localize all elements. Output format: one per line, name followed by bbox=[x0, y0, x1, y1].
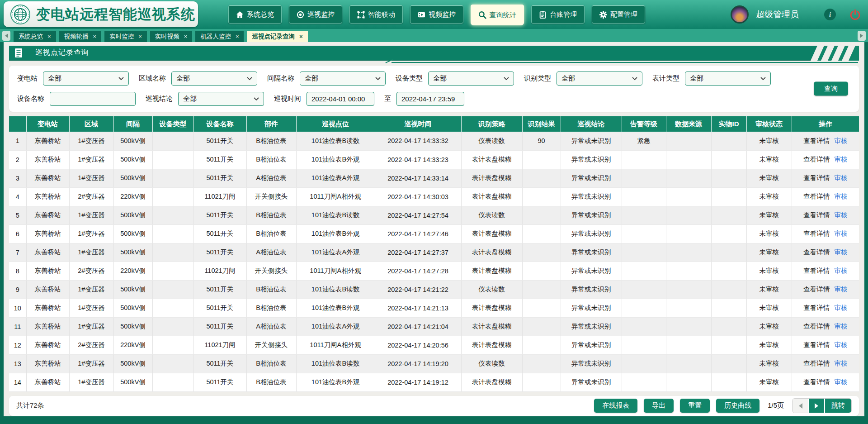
nav-inspection-monitor[interactable]: 巡视监控 bbox=[289, 5, 342, 24]
view-detail-link[interactable]: 查看详情 bbox=[803, 137, 830, 144]
table-row: 2东善桥站1#变压器500kV侧5011开关B相油位表101油位表B外观2022… bbox=[9, 150, 859, 169]
recognition-type-select[interactable]: 全部 bbox=[557, 71, 642, 86]
region-select[interactable]: 全部 bbox=[171, 71, 257, 86]
audit-link[interactable]: 审核 bbox=[834, 230, 847, 237]
view-detail-link[interactable]: 查看详情 bbox=[803, 267, 830, 274]
view-detail-link[interactable]: 查看详情 bbox=[803, 360, 830, 367]
audit-link[interactable]: 审核 bbox=[834, 156, 847, 163]
table-cell: 东善桥站 bbox=[26, 132, 69, 150]
tab-robot-monitor[interactable]: 机器人监控× bbox=[195, 31, 244, 42]
table-cell: 未审核 bbox=[746, 354, 792, 373]
history-curve-button[interactable]: 历史曲线 bbox=[716, 399, 760, 413]
audit-link[interactable]: 审核 bbox=[834, 137, 847, 144]
avatar[interactable] bbox=[731, 5, 749, 24]
nav-config-management[interactable]: 配置管理 bbox=[592, 5, 645, 24]
table-cell: 5 bbox=[9, 206, 26, 224]
region-label: 区域名称 bbox=[139, 74, 166, 83]
view-detail-link[interactable]: 查看详情 bbox=[803, 286, 830, 293]
tabs-scroll-right-button[interactable] bbox=[858, 31, 866, 41]
prev-page-button[interactable] bbox=[793, 399, 809, 413]
table-cell bbox=[522, 206, 561, 224]
audit-link[interactable]: 审核 bbox=[834, 193, 847, 200]
table-cell: 1#变压器 bbox=[69, 150, 113, 169]
bay-select[interactable]: 全部 bbox=[300, 71, 386, 86]
view-detail-link[interactable]: 查看详情 bbox=[803, 323, 830, 330]
audit-link[interactable]: 审核 bbox=[834, 248, 847, 256]
table-cell: 未审核 bbox=[746, 262, 792, 280]
export-button[interactable]: 导出 bbox=[644, 399, 674, 413]
audit-link[interactable]: 审核 bbox=[834, 360, 847, 367]
table-cell: 异常或未识别 bbox=[561, 354, 622, 373]
time-to-input[interactable]: 2022-04-17 23:59 bbox=[396, 92, 464, 106]
tabs-scroll-left-button[interactable] bbox=[2, 31, 10, 41]
online-report-button[interactable]: 在线报表 bbox=[594, 399, 637, 413]
operations-cell: 查看详情审核 bbox=[792, 224, 859, 243]
table-cell bbox=[666, 150, 711, 169]
view-detail-link[interactable]: 查看详情 bbox=[803, 248, 830, 256]
nav-query-statistics[interactable]: 查询统计 bbox=[471, 5, 524, 25]
nav-ledger-management[interactable]: 台账管理 bbox=[531, 5, 585, 24]
operations-cell: 查看详情审核 bbox=[792, 336, 859, 354]
table-cell bbox=[666, 299, 711, 317]
tab-close-icon[interactable]: × bbox=[138, 33, 142, 39]
view-detail-link[interactable]: 查看详情 bbox=[803, 211, 830, 219]
table-cell: 220kV侧 bbox=[113, 187, 152, 206]
table-cell: 5011开关 bbox=[193, 132, 246, 150]
tab-close-icon[interactable]: × bbox=[184, 33, 188, 39]
view-detail-link[interactable]: 查看详情 bbox=[803, 378, 830, 386]
next-page-button[interactable] bbox=[809, 399, 825, 413]
nav-video-monitor[interactable]: 视频监控 bbox=[410, 5, 463, 24]
table-cell: 表计表盘模糊 bbox=[461, 150, 522, 169]
table-cell: 异常或未识别 bbox=[561, 336, 622, 354]
chevron-left-icon bbox=[796, 403, 802, 409]
table-cell: 500kV侧 bbox=[113, 206, 152, 224]
view-detail-link[interactable]: 查看详情 bbox=[803, 193, 830, 200]
info-icon[interactable]: i bbox=[824, 9, 836, 20]
device-name-input[interactable] bbox=[50, 92, 136, 106]
table-cell bbox=[711, 187, 746, 206]
tab-close-icon[interactable]: × bbox=[93, 33, 97, 39]
jump-button[interactable]: 跳转 bbox=[825, 399, 851, 413]
view-detail-link[interactable]: 查看详情 bbox=[803, 156, 830, 163]
table-cell: 3 bbox=[9, 169, 26, 187]
tab-close-icon[interactable]: × bbox=[47, 33, 51, 39]
audit-link[interactable]: 审核 bbox=[834, 378, 847, 386]
view-detail-link[interactable]: 查看详情 bbox=[803, 174, 830, 181]
audit-link[interactable]: 审核 bbox=[834, 211, 847, 219]
logout-power-icon[interactable] bbox=[849, 9, 861, 20]
audit-link[interactable]: 审核 bbox=[834, 286, 847, 293]
tab-realtime-video[interactable]: 实时视频× bbox=[150, 31, 193, 42]
reset-button[interactable]: 重置 bbox=[680, 399, 710, 413]
tab-system-overview[interactable]: 系统总览× bbox=[14, 31, 56, 42]
table-cell: 2022-04-17 14:27:37 bbox=[375, 243, 461, 262]
conclusion-select[interactable]: 全部 bbox=[178, 92, 264, 106]
column-header: 识别结果 bbox=[522, 116, 561, 132]
tab-inspection-record-query[interactable]: 巡视点记录查询× bbox=[247, 31, 307, 42]
operations-cell: 查看详情审核 bbox=[792, 280, 859, 299]
nav-smart-linkage[interactable]: 智能联动 bbox=[349, 5, 403, 24]
table-cell: 8 bbox=[9, 262, 26, 280]
nav-system-overview[interactable]: 系统总览 bbox=[228, 5, 282, 24]
device-type-select[interactable]: 全部 bbox=[428, 71, 514, 86]
table-cell bbox=[666, 262, 711, 280]
query-button[interactable]: 查询 bbox=[814, 82, 848, 96]
time-from-input[interactable]: 2022-04-01 00:00 bbox=[307, 92, 374, 106]
select-value: 全部 bbox=[183, 95, 197, 103]
view-detail-link[interactable]: 查看详情 bbox=[803, 230, 830, 237]
tab-close-icon[interactable]: × bbox=[236, 33, 239, 39]
audit-link[interactable]: 审核 bbox=[834, 323, 847, 330]
tab-close-icon[interactable]: × bbox=[299, 33, 303, 39]
table-cell: 500kV侧 bbox=[113, 150, 152, 169]
substation-select[interactable]: 全部 bbox=[43, 71, 129, 86]
audit-link[interactable]: 审核 bbox=[834, 341, 847, 348]
audit-link[interactable]: 审核 bbox=[834, 267, 847, 274]
audit-link[interactable]: 审核 bbox=[834, 304, 847, 311]
tab-video-carousel[interactable]: 视频轮播× bbox=[59, 31, 102, 42]
table-cell bbox=[622, 299, 666, 317]
view-detail-link[interactable]: 查看详情 bbox=[803, 341, 830, 348]
meter-type-select[interactable]: 全部 bbox=[685, 71, 771, 86]
audit-link[interactable]: 审核 bbox=[834, 174, 847, 181]
view-detail-link[interactable]: 查看详情 bbox=[803, 304, 830, 311]
tab-realtime-monitor[interactable]: 实时监控× bbox=[104, 31, 147, 42]
column-header: 巡视结论 bbox=[561, 116, 622, 132]
